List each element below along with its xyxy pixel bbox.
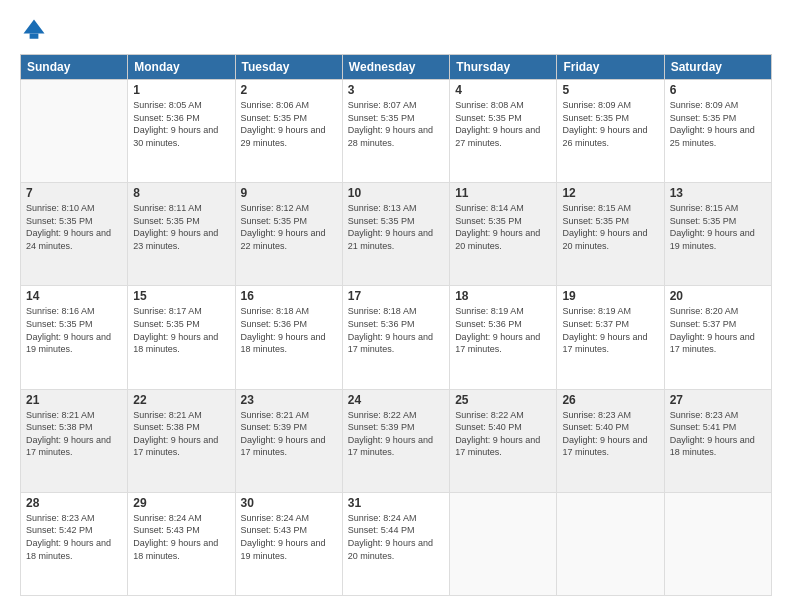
day-info: Sunrise: 8:11 AMSunset: 5:35 PMDaylight:… bbox=[133, 202, 229, 252]
day-info: Sunrise: 8:14 AMSunset: 5:35 PMDaylight:… bbox=[455, 202, 551, 252]
day-info: Sunrise: 8:13 AMSunset: 5:35 PMDaylight:… bbox=[348, 202, 444, 252]
weekday-header: Thursday bbox=[450, 55, 557, 80]
day-info: Sunrise: 8:07 AMSunset: 5:35 PMDaylight:… bbox=[348, 99, 444, 149]
day-info: Sunrise: 8:18 AMSunset: 5:36 PMDaylight:… bbox=[241, 305, 337, 355]
calendar-day-cell: 16Sunrise: 8:18 AMSunset: 5:36 PMDayligh… bbox=[235, 286, 342, 389]
calendar-week-row: 1Sunrise: 8:05 AMSunset: 5:36 PMDaylight… bbox=[21, 80, 772, 183]
day-number: 29 bbox=[133, 496, 229, 510]
header bbox=[20, 16, 772, 44]
day-number: 27 bbox=[670, 393, 766, 407]
calendar-day-cell: 22Sunrise: 8:21 AMSunset: 5:38 PMDayligh… bbox=[128, 389, 235, 492]
day-number: 31 bbox=[348, 496, 444, 510]
calendar-day-cell: 23Sunrise: 8:21 AMSunset: 5:39 PMDayligh… bbox=[235, 389, 342, 492]
day-number: 1 bbox=[133, 83, 229, 97]
day-number: 11 bbox=[455, 186, 551, 200]
calendar-day-cell: 13Sunrise: 8:15 AMSunset: 5:35 PMDayligh… bbox=[664, 183, 771, 286]
day-info: Sunrise: 8:06 AMSunset: 5:35 PMDaylight:… bbox=[241, 99, 337, 149]
day-number: 5 bbox=[562, 83, 658, 97]
day-number: 21 bbox=[26, 393, 122, 407]
calendar-day-cell: 19Sunrise: 8:19 AMSunset: 5:37 PMDayligh… bbox=[557, 286, 664, 389]
day-number: 19 bbox=[562, 289, 658, 303]
day-info: Sunrise: 8:20 AMSunset: 5:37 PMDaylight:… bbox=[670, 305, 766, 355]
day-number: 23 bbox=[241, 393, 337, 407]
calendar-day-cell: 27Sunrise: 8:23 AMSunset: 5:41 PMDayligh… bbox=[664, 389, 771, 492]
day-info: Sunrise: 8:24 AMSunset: 5:43 PMDaylight:… bbox=[133, 512, 229, 562]
calendar-header-row: SundayMondayTuesdayWednesdayThursdayFrid… bbox=[21, 55, 772, 80]
day-number: 4 bbox=[455, 83, 551, 97]
day-number: 7 bbox=[26, 186, 122, 200]
day-info: Sunrise: 8:15 AMSunset: 5:35 PMDaylight:… bbox=[562, 202, 658, 252]
calendar-day-cell: 17Sunrise: 8:18 AMSunset: 5:36 PMDayligh… bbox=[342, 286, 449, 389]
calendar-day-cell bbox=[557, 492, 664, 595]
day-info: Sunrise: 8:21 AMSunset: 5:38 PMDaylight:… bbox=[133, 409, 229, 459]
calendar-day-cell: 30Sunrise: 8:24 AMSunset: 5:43 PMDayligh… bbox=[235, 492, 342, 595]
weekday-header: Monday bbox=[128, 55, 235, 80]
day-info: Sunrise: 8:05 AMSunset: 5:36 PMDaylight:… bbox=[133, 99, 229, 149]
calendar-week-row: 7Sunrise: 8:10 AMSunset: 5:35 PMDaylight… bbox=[21, 183, 772, 286]
calendar-day-cell: 1Sunrise: 8:05 AMSunset: 5:36 PMDaylight… bbox=[128, 80, 235, 183]
day-number: 10 bbox=[348, 186, 444, 200]
calendar-day-cell: 24Sunrise: 8:22 AMSunset: 5:39 PMDayligh… bbox=[342, 389, 449, 492]
day-number: 22 bbox=[133, 393, 229, 407]
calendar-day-cell bbox=[664, 492, 771, 595]
weekday-header: Sunday bbox=[21, 55, 128, 80]
day-info: Sunrise: 8:19 AMSunset: 5:36 PMDaylight:… bbox=[455, 305, 551, 355]
day-number: 18 bbox=[455, 289, 551, 303]
calendar-page: SundayMondayTuesdayWednesdayThursdayFrid… bbox=[0, 0, 792, 612]
calendar-table: SundayMondayTuesdayWednesdayThursdayFrid… bbox=[20, 54, 772, 596]
day-number: 17 bbox=[348, 289, 444, 303]
calendar-day-cell: 18Sunrise: 8:19 AMSunset: 5:36 PMDayligh… bbox=[450, 286, 557, 389]
weekday-header: Saturday bbox=[664, 55, 771, 80]
calendar-day-cell: 11Sunrise: 8:14 AMSunset: 5:35 PMDayligh… bbox=[450, 183, 557, 286]
calendar-day-cell: 7Sunrise: 8:10 AMSunset: 5:35 PMDaylight… bbox=[21, 183, 128, 286]
calendar-day-cell: 26Sunrise: 8:23 AMSunset: 5:40 PMDayligh… bbox=[557, 389, 664, 492]
calendar-week-row: 21Sunrise: 8:21 AMSunset: 5:38 PMDayligh… bbox=[21, 389, 772, 492]
day-number: 6 bbox=[670, 83, 766, 97]
day-info: Sunrise: 8:23 AMSunset: 5:41 PMDaylight:… bbox=[670, 409, 766, 459]
day-number: 9 bbox=[241, 186, 337, 200]
calendar-day-cell: 4Sunrise: 8:08 AMSunset: 5:35 PMDaylight… bbox=[450, 80, 557, 183]
calendar-day-cell: 29Sunrise: 8:24 AMSunset: 5:43 PMDayligh… bbox=[128, 492, 235, 595]
svg-rect-1 bbox=[30, 34, 39, 39]
day-number: 24 bbox=[348, 393, 444, 407]
day-info: Sunrise: 8:09 AMSunset: 5:35 PMDaylight:… bbox=[562, 99, 658, 149]
weekday-header: Wednesday bbox=[342, 55, 449, 80]
calendar-day-cell: 10Sunrise: 8:13 AMSunset: 5:35 PMDayligh… bbox=[342, 183, 449, 286]
calendar-day-cell: 3Sunrise: 8:07 AMSunset: 5:35 PMDaylight… bbox=[342, 80, 449, 183]
day-info: Sunrise: 8:21 AMSunset: 5:38 PMDaylight:… bbox=[26, 409, 122, 459]
day-info: Sunrise: 8:18 AMSunset: 5:36 PMDaylight:… bbox=[348, 305, 444, 355]
calendar-day-cell: 9Sunrise: 8:12 AMSunset: 5:35 PMDaylight… bbox=[235, 183, 342, 286]
day-info: Sunrise: 8:17 AMSunset: 5:35 PMDaylight:… bbox=[133, 305, 229, 355]
calendar-week-row: 28Sunrise: 8:23 AMSunset: 5:42 PMDayligh… bbox=[21, 492, 772, 595]
day-number: 16 bbox=[241, 289, 337, 303]
day-info: Sunrise: 8:19 AMSunset: 5:37 PMDaylight:… bbox=[562, 305, 658, 355]
day-number: 20 bbox=[670, 289, 766, 303]
day-number: 14 bbox=[26, 289, 122, 303]
calendar-day-cell: 31Sunrise: 8:24 AMSunset: 5:44 PMDayligh… bbox=[342, 492, 449, 595]
day-number: 25 bbox=[455, 393, 551, 407]
day-info: Sunrise: 8:24 AMSunset: 5:44 PMDaylight:… bbox=[348, 512, 444, 562]
weekday-header: Tuesday bbox=[235, 55, 342, 80]
day-info: Sunrise: 8:23 AMSunset: 5:40 PMDaylight:… bbox=[562, 409, 658, 459]
day-info: Sunrise: 8:15 AMSunset: 5:35 PMDaylight:… bbox=[670, 202, 766, 252]
calendar-day-cell bbox=[450, 492, 557, 595]
calendar-day-cell bbox=[21, 80, 128, 183]
calendar-day-cell: 21Sunrise: 8:21 AMSunset: 5:38 PMDayligh… bbox=[21, 389, 128, 492]
calendar-day-cell: 12Sunrise: 8:15 AMSunset: 5:35 PMDayligh… bbox=[557, 183, 664, 286]
day-info: Sunrise: 8:08 AMSunset: 5:35 PMDaylight:… bbox=[455, 99, 551, 149]
day-number: 28 bbox=[26, 496, 122, 510]
day-number: 3 bbox=[348, 83, 444, 97]
svg-marker-0 bbox=[24, 20, 45, 34]
calendar-day-cell: 15Sunrise: 8:17 AMSunset: 5:35 PMDayligh… bbox=[128, 286, 235, 389]
day-info: Sunrise: 8:21 AMSunset: 5:39 PMDaylight:… bbox=[241, 409, 337, 459]
day-number: 26 bbox=[562, 393, 658, 407]
calendar-day-cell: 25Sunrise: 8:22 AMSunset: 5:40 PMDayligh… bbox=[450, 389, 557, 492]
calendar-day-cell: 2Sunrise: 8:06 AMSunset: 5:35 PMDaylight… bbox=[235, 80, 342, 183]
calendar-week-row: 14Sunrise: 8:16 AMSunset: 5:35 PMDayligh… bbox=[21, 286, 772, 389]
day-number: 30 bbox=[241, 496, 337, 510]
calendar-day-cell: 5Sunrise: 8:09 AMSunset: 5:35 PMDaylight… bbox=[557, 80, 664, 183]
day-info: Sunrise: 8:09 AMSunset: 5:35 PMDaylight:… bbox=[670, 99, 766, 149]
calendar-day-cell: 20Sunrise: 8:20 AMSunset: 5:37 PMDayligh… bbox=[664, 286, 771, 389]
calendar-day-cell: 14Sunrise: 8:16 AMSunset: 5:35 PMDayligh… bbox=[21, 286, 128, 389]
logo-icon bbox=[20, 16, 48, 44]
